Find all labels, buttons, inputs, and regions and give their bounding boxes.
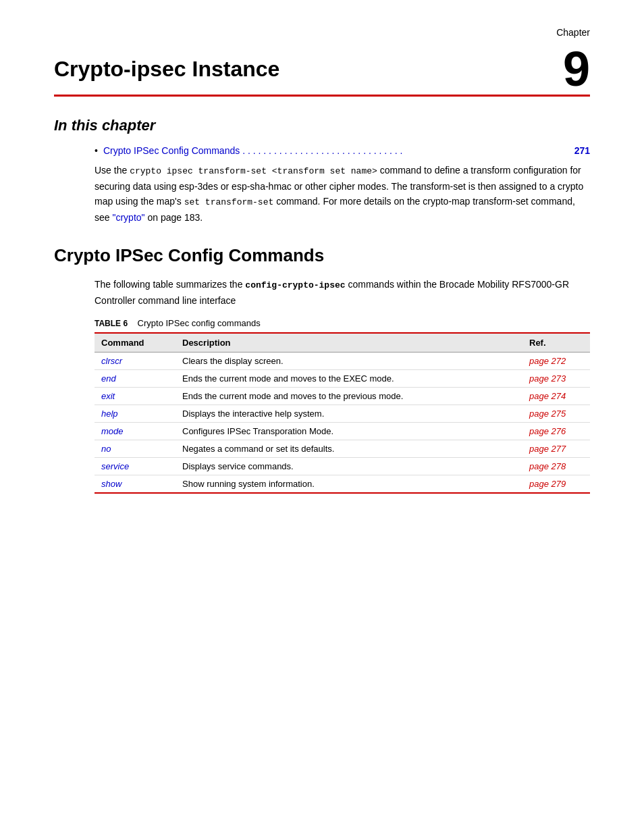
table-cell-command: service bbox=[95, 457, 176, 475]
table-header: Command Description Ref. bbox=[95, 333, 590, 353]
crypto-config-body: The following table summarizes the confi… bbox=[95, 277, 590, 308]
table-row: serviceDisplays service commands.page 27… bbox=[95, 457, 590, 475]
table-label-bold: TABLE 6 bbox=[95, 319, 128, 328]
page-link[interactable]: page 277 bbox=[529, 444, 566, 454]
table-row: clrscrClears the display screen.page 272 bbox=[95, 352, 590, 369]
table-cell-ref: page 275 bbox=[522, 405, 590, 422]
table-row: helpDisplays the interactive help system… bbox=[95, 405, 590, 422]
table-cell-description: Configures IPSec Transporation Mode. bbox=[176, 422, 522, 440]
table-cell-command: exit bbox=[95, 387, 176, 405]
page: Chapter Crypto-ipsec Instance 9 In this … bbox=[0, 0, 644, 834]
command-link[interactable]: end bbox=[101, 373, 116, 384]
command-link[interactable]: mode bbox=[101, 426, 124, 436]
table-cell-command: show bbox=[95, 475, 176, 493]
chapter-label-text: Chapter bbox=[556, 27, 590, 38]
toc-dots: . . . . . . . . . . . . . . . . . . . . … bbox=[240, 145, 574, 156]
page-link[interactable]: page 273 bbox=[529, 373, 566, 384]
body-part1: The following table summarizes the bbox=[95, 279, 245, 290]
toc-entry: • Crypto IPSec Config Commands . . . . .… bbox=[95, 145, 590, 156]
intro-part1: Use the bbox=[95, 165, 130, 176]
table-cell-description: Ends the current mode and moves to the E… bbox=[176, 369, 522, 387]
intro-link[interactable]: "crypto" bbox=[112, 212, 144, 223]
table-row: noNegates a command or set its defaults.… bbox=[95, 440, 590, 457]
table-cell-ref: page 279 bbox=[522, 475, 590, 493]
page-link[interactable]: page 275 bbox=[529, 409, 566, 419]
col-ref-header: Ref. bbox=[522, 333, 590, 353]
page-link[interactable]: page 279 bbox=[529, 479, 566, 489]
table-header-row: Command Description Ref. bbox=[95, 333, 590, 353]
chapter-title-area: Crypto-ipsec Instance 9 bbox=[54, 45, 590, 93]
table-cell-command: mode bbox=[95, 422, 176, 440]
command-link[interactable]: help bbox=[101, 409, 118, 419]
table-cell-description: Negates a command or set its defaults. bbox=[176, 440, 522, 457]
intro-paragraph: Use the crypto ipsec transform-set <tran… bbox=[95, 163, 590, 225]
table-cell-ref: page 272 bbox=[522, 352, 590, 369]
table-cell-description: Show running system information. bbox=[176, 475, 522, 493]
table-cell-description: Clears the display screen. bbox=[176, 352, 522, 369]
command-link[interactable]: exit bbox=[101, 391, 115, 401]
table-cell-ref: page 278 bbox=[522, 457, 590, 475]
toc-link[interactable]: Crypto IPSec Config Commands bbox=[103, 145, 240, 156]
in-this-chapter-heading: In this chapter bbox=[54, 117, 590, 134]
command-link[interactable]: no bbox=[101, 444, 111, 454]
table-cell-ref: page 274 bbox=[522, 387, 590, 405]
table-cell-command: no bbox=[95, 440, 176, 457]
intro-code2: set transform-set bbox=[184, 197, 274, 207]
commands-table: Command Description Ref. clrscrClears th… bbox=[95, 332, 590, 494]
table-cell-command: clrscr bbox=[95, 352, 176, 369]
command-link[interactable]: show bbox=[101, 479, 122, 489]
table-cell-ref: page 273 bbox=[522, 369, 590, 387]
table-cell-description: Ends the current mode and moves to the p… bbox=[176, 387, 522, 405]
table-label-text: Crypto IPSec config commands bbox=[138, 318, 261, 328]
page-link[interactable]: page 274 bbox=[529, 391, 566, 401]
table-cell-command: end bbox=[95, 369, 176, 387]
table-label: TABLE 6 Crypto IPSec config commands bbox=[95, 318, 590, 328]
command-link[interactable]: service bbox=[101, 461, 129, 471]
table-cell-ref: page 276 bbox=[522, 422, 590, 440]
chapter-number: 9 bbox=[563, 45, 590, 93]
table-row: endEnds the current mode and moves to th… bbox=[95, 369, 590, 387]
body-code: config-crypto-ipsec bbox=[245, 280, 345, 290]
page-link[interactable]: page 272 bbox=[529, 356, 566, 366]
table-cell-description: Displays the interactive help system. bbox=[176, 405, 522, 422]
intro-code1: crypto ipsec transform-set <transform se… bbox=[130, 166, 377, 176]
crypto-config-heading: Crypto IPSec Config Commands bbox=[54, 245, 590, 266]
table-row: modeConfigures IPSec Transporation Mode.… bbox=[95, 422, 590, 440]
table-cell-description: Displays service commands. bbox=[176, 457, 522, 475]
table-cell-ref: page 277 bbox=[522, 440, 590, 457]
toc-bullet: • bbox=[95, 145, 98, 156]
table-body: clrscrClears the display screen.page 272… bbox=[95, 352, 590, 493]
command-link[interactable]: clrscr bbox=[101, 356, 122, 366]
page-link[interactable]: page 276 bbox=[529, 426, 566, 436]
col-description-header: Description bbox=[176, 333, 522, 353]
intro-part4: on page 183. bbox=[145, 212, 203, 223]
toc-page: 271 bbox=[574, 145, 590, 156]
table-cell-command: help bbox=[95, 405, 176, 422]
table-row: exitEnds the current mode and moves to t… bbox=[95, 387, 590, 405]
chapter-divider bbox=[54, 95, 590, 97]
col-command-header: Command bbox=[95, 333, 176, 353]
page-title: Crypto-ipsec Instance bbox=[54, 57, 563, 82]
table-row: showShow running system information.page… bbox=[95, 475, 590, 493]
chapter-label-top: Chapter bbox=[54, 27, 590, 38]
page-link[interactable]: page 278 bbox=[529, 461, 566, 471]
